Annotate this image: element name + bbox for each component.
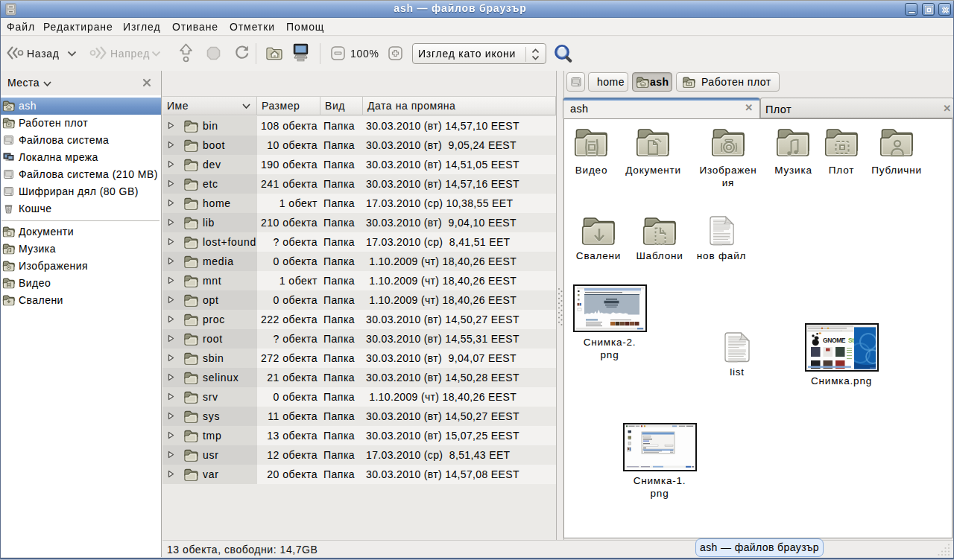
svg-text:GNOME: GNOME: [823, 337, 846, 344]
